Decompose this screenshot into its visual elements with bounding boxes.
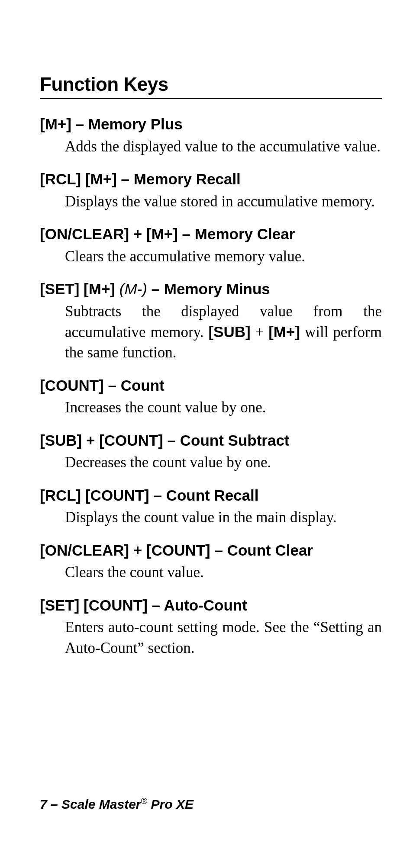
function-key-entry: [SET] [M+] (M-) – Memory MinusSubtracts …	[40, 280, 382, 363]
function-key-entry: [M+] – Memory PlusAdds the displayed val…	[40, 115, 382, 157]
entry-heading: [SET] [M+] (M-) – Memory Minus	[40, 280, 382, 299]
footer-product-pre: Scale Master	[61, 797, 141, 811]
description-text: Enters auto-count setting mode. See the …	[65, 619, 382, 656]
entry-heading: [RCL] [COUNT] – Count Recall	[40, 486, 382, 505]
key-sequence: [ON/CLEAR] + [COUNT]	[40, 542, 210, 559]
inline-text: +	[251, 324, 269, 341]
inline-key: [M+]	[268, 323, 300, 340]
description-text: Displays the count value in the main dis…	[65, 509, 337, 526]
function-name: Count	[121, 377, 165, 394]
function-name: Memory Plus	[88, 116, 183, 132]
function-key-entry: [COUNT] – CountIncreases the count value…	[40, 376, 382, 418]
function-key-entry: [RCL] [M+] – Memory RecallDisplays the v…	[40, 170, 382, 212]
key-sequence: [ON/CLEAR] + [M+]	[40, 225, 178, 242]
registered-mark-icon: ®	[141, 796, 148, 806]
entry-description: Clears the count value.	[65, 562, 382, 582]
function-name: Memory Minus	[164, 280, 270, 297]
entry-heading: [SET] [COUNT] – Auto-Count	[40, 596, 382, 615]
function-key-entry: [SET] [COUNT] – Auto-CountEnters auto-co…	[40, 596, 382, 658]
entry-description: Increases the count value by one.	[65, 397, 382, 418]
entry-heading: [M+] – Memory Plus	[40, 115, 382, 134]
key-sequence: [SET] [COUNT]	[40, 597, 148, 614]
key-sequence: [SUB] + [COUNT]	[40, 432, 163, 449]
key-sequence: [SET] [M+]	[40, 280, 115, 297]
function-key-entry: [ON/CLEAR] + [COUNT] – Count ClearClears…	[40, 541, 382, 583]
key-sequence: [M+]	[40, 116, 71, 132]
footer-page-number: 7	[40, 797, 47, 811]
entry-description: Decreases the count value by one.	[65, 452, 382, 473]
function-name: Count Clear	[227, 542, 313, 559]
function-name: Auto-Count	[164, 597, 247, 614]
description-text: Clears the count value.	[65, 564, 204, 581]
entry-description: Displays the value stored in accumulativ…	[65, 191, 382, 212]
footer-separator: –	[47, 797, 61, 811]
entry-description: Displays the count value in the main dis…	[65, 507, 382, 527]
entry-heading: [ON/CLEAR] + [COUNT] – Count Clear	[40, 541, 382, 560]
description-text: Decreases the count value by one.	[65, 454, 271, 471]
entry-description: Adds the displayed value to the accumula…	[65, 136, 382, 157]
description-text: Adds the displayed value to the accumula…	[65, 138, 381, 155]
function-name: Memory Recall	[134, 170, 241, 187]
function-name: Count Recall	[166, 487, 259, 504]
function-key-entry: [SUB] + [COUNT] – Count SubtractDecrease…	[40, 431, 382, 473]
function-key-entry: [ON/CLEAR] + [M+] – Memory ClearClears t…	[40, 225, 382, 267]
page-footer: 7 – Scale Master® Pro XE	[40, 796, 194, 812]
entry-heading: [RCL] [M+] – Memory Recall	[40, 170, 382, 189]
key-sequence: [COUNT]	[40, 377, 104, 394]
function-name: Count Subtract	[180, 432, 290, 449]
description-text: Increases the count value by one.	[65, 399, 266, 416]
entry-description: Enters auto-count setting mode. See the …	[65, 617, 382, 658]
inline-key: [SUB]	[208, 323, 250, 340]
section-title: Function Keys	[40, 74, 382, 99]
footer-product-post: Pro XE	[147, 797, 194, 811]
entry-heading: [COUNT] – Count	[40, 376, 382, 395]
entry-heading: [SUB] + [COUNT] – Count Subtract	[40, 431, 382, 450]
entry-description: Subtracts the displayed value from the a…	[65, 301, 382, 363]
description-text: Clears the accumulative memory value.	[65, 248, 305, 265]
description-text: Displays the value stored in accumulativ…	[65, 193, 375, 210]
function-key-entry: [RCL] [COUNT] – Count RecallDisplays the…	[40, 486, 382, 528]
key-sequence: [RCL] [M+]	[40, 170, 117, 187]
function-name: Memory Clear	[195, 225, 295, 242]
key-sequence: [RCL] [COUNT]	[40, 487, 149, 504]
entry-description: Clears the accumulative memory value.	[65, 246, 382, 267]
entry-heading: [ON/CLEAR] + [M+] – Memory Clear	[40, 225, 382, 244]
key-alias: (M-)	[119, 280, 147, 297]
